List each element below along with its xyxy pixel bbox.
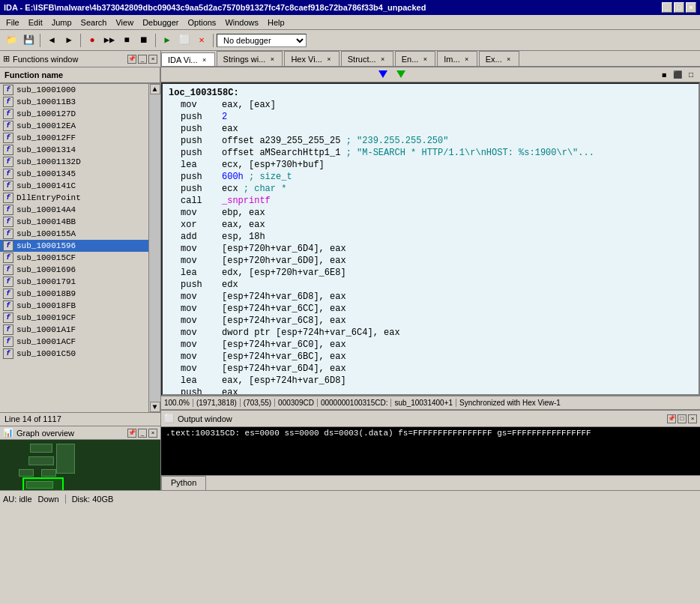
tb-back[interactable]: ◀: [43, 32, 60, 49]
python-tab[interactable]: Python: [161, 476, 206, 490]
functions-list[interactable]: fsub_10001000fsub_100011B3fsub_1000127Df…: [0, 84, 148, 412]
tb-btn-3[interactable]: ●: [84, 32, 100, 49]
scroll-up-btn[interactable]: ▲: [150, 84, 160, 94]
graph-pin[interactable]: 📌: [127, 429, 136, 438]
function-item[interactable]: fsub_100015CF: [0, 252, 148, 264]
debugger-select[interactable]: No debugger: [217, 34, 307, 47]
functions-scrollbar[interactable]: ▲ ▼: [148, 84, 160, 412]
code-instr: mov: [181, 351, 222, 363]
menu-options[interactable]: Options: [183, 16, 220, 28]
function-item[interactable]: fsub_10001C50: [0, 348, 148, 360]
function-item[interactable]: fDllEntryPoint: [0, 192, 148, 204]
tab-close[interactable]: ×: [201, 56, 208, 64]
functions-close[interactable]: ×: [148, 55, 157, 64]
functions-controls: 📌 _ ×: [127, 55, 157, 64]
tab-close[interactable]: ×: [268, 55, 276, 63]
function-name: sub_100014A4: [16, 205, 76, 214]
output-text: .text:100315CD: es=0000 ss=0000 ds=0003(…: [166, 429, 591, 438]
function-item[interactable]: fsub_1000141C: [0, 180, 148, 192]
tab-hexvi[interactable]: Hex Vi...×: [284, 51, 339, 66]
tab-stringswi[interactable]: Strings wi...×: [217, 51, 283, 66]
code-tb-3[interactable]: □: [685, 69, 697, 81]
function-item[interactable]: fsub_100014A4: [0, 204, 148, 216]
tab-ex[interactable]: Ex...×: [479, 51, 519, 66]
code-line: pushedx: [169, 279, 693, 291]
menu-debugger[interactable]: Debugger: [138, 16, 183, 28]
function-item[interactable]: fsub_10001791: [0, 276, 148, 288]
menu-help[interactable]: Help: [263, 16, 289, 28]
functions-pin[interactable]: 📌: [127, 55, 136, 64]
tab-im[interactable]: Im...×: [437, 51, 477, 66]
function-item[interactable]: fsub_10001596: [0, 240, 148, 252]
code-tb-2[interactable]: ⬛: [672, 69, 684, 81]
graph-minimize[interactable]: _: [138, 429, 147, 438]
function-icon: f: [3, 229, 13, 239]
title-controls[interactable]: _ □ ×: [662, 2, 696, 13]
tb-step[interactable]: ⬜: [176, 32, 193, 49]
function-item[interactable]: fsub_10001696: [0, 264, 148, 276]
graph-close[interactable]: ×: [148, 429, 157, 438]
function-icon: f: [3, 193, 13, 203]
functions-minimize[interactable]: _: [138, 55, 147, 64]
output-pin[interactable]: 📌: [667, 414, 676, 423]
menu-file[interactable]: File: [1, 16, 24, 28]
code-label: loc_1003158C:: [169, 87, 239, 99]
minimize-button[interactable]: _: [662, 2, 672, 13]
function-item[interactable]: fsub_10001A1F: [0, 324, 148, 336]
menu-jump[interactable]: Jump: [47, 16, 76, 28]
status-address: 000309CD: [275, 399, 318, 407]
output-close[interactable]: ×: [688, 414, 697, 423]
tb-btn-6[interactable]: ⏹: [136, 32, 152, 49]
function-item[interactable]: fsub_100014BB: [0, 216, 148, 228]
function-name-header: Function name: [0, 67, 160, 84]
function-item[interactable]: fsub_100011B3: [0, 96, 148, 108]
function-item[interactable]: fsub_10001000: [0, 84, 148, 96]
tb-btn-5[interactable]: ■: [118, 32, 135, 49]
code-op: eax, [esp+724h+var_6D8]: [222, 375, 346, 387]
tab-close[interactable]: ×: [463, 55, 471, 63]
tb-forward[interactable]: ▶: [61, 32, 77, 49]
tb-btn-1[interactable]: 📁: [3, 32, 19, 49]
function-item[interactable]: fsub_1000127D: [0, 108, 148, 120]
function-item[interactable]: fsub_1000155A: [0, 228, 148, 240]
output-restore[interactable]: □: [678, 414, 687, 423]
code-tb-1[interactable]: ◼: [658, 69, 670, 81]
graph-title-left: 📊 Graph overview: [3, 428, 74, 438]
tab-close[interactable]: ×: [421, 55, 429, 63]
graph-minimap[interactable]: [0, 440, 160, 490]
tb-btn-2[interactable]: 💾: [20, 32, 37, 49]
menu-windows[interactable]: Windows: [220, 16, 263, 28]
output-panel: ⬜ Output window 📌 □ × .text:100315CD: es…: [161, 409, 700, 490]
tb-btn-4[interactable]: ▶▶: [101, 32, 118, 49]
code-comment: ; "M-SEARCH * HTTP/1.1\r\nHOST: %s:1900\…: [340, 147, 594, 159]
code-op: eax: [222, 123, 238, 135]
function-item[interactable]: fsub_10001132D: [0, 156, 148, 168]
output-title-text: Output window: [178, 414, 232, 423]
menu-edit[interactable]: Edit: [24, 16, 47, 28]
tb-run[interactable]: ▶: [159, 32, 175, 49]
tab-close[interactable]: ×: [505, 55, 513, 63]
menu-view[interactable]: View: [111, 16, 138, 28]
function-item[interactable]: fsub_100018FB: [0, 300, 148, 312]
close-button[interactable]: ×: [686, 2, 696, 13]
function-item[interactable]: fsub_10001314: [0, 144, 148, 156]
scroll-down-btn[interactable]: ▼: [150, 402, 160, 412]
function-item[interactable]: fsub_10001ACF: [0, 336, 148, 348]
code-line: mov[esp+724h+var_6D4], eax: [169, 363, 693, 375]
function-item[interactable]: fsub_100018B9: [0, 288, 148, 300]
tb-stop[interactable]: ✕: [193, 32, 210, 49]
function-item[interactable]: fsub_100012EA: [0, 120, 148, 132]
code-area[interactable]: loc_1003158C: moveax, [eax] push2 pushea…: [161, 82, 700, 396]
function-item[interactable]: fsub_10001345: [0, 168, 148, 180]
function-name: sub_100019CF: [16, 313, 76, 322]
tab-close[interactable]: ×: [325, 55, 333, 63]
tab-close[interactable]: ×: [379, 55, 387, 63]
tab-idavi[interactable]: IDA Vi...×: [161, 52, 215, 67]
function-item[interactable]: fsub_100012FF: [0, 132, 148, 144]
function-item[interactable]: fsub_100019CF: [0, 312, 148, 324]
maximize-button[interactable]: □: [674, 2, 684, 13]
tab-en[interactable]: En...×: [395, 51, 436, 66]
tab-struct[interactable]: Struct...×: [341, 51, 393, 66]
menu-search[interactable]: Search: [76, 16, 112, 28]
code-op: ecx: [222, 183, 238, 195]
